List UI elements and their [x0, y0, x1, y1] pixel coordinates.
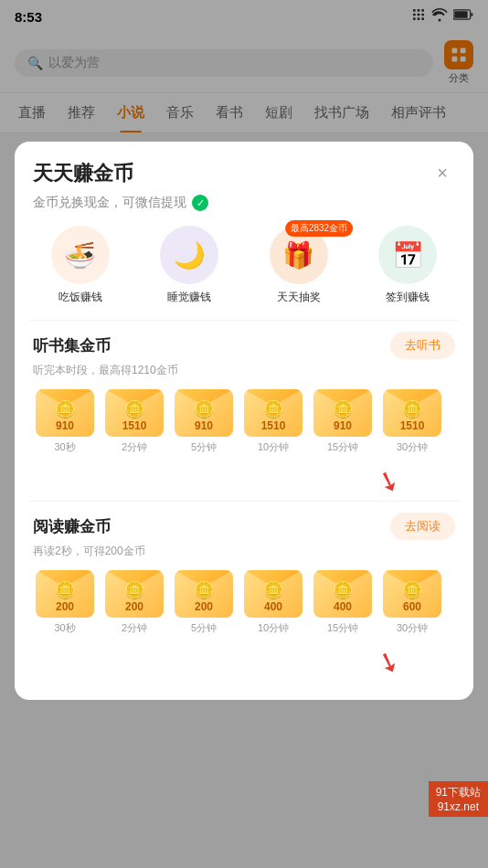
read-reward-3[interactable]: 🪙 400 10分钟: [241, 570, 305, 635]
listen-envelope-1: 🪙 1510: [105, 389, 164, 437]
calendar-emoji: 📅: [392, 240, 424, 270]
earn-coins-modal: 天天赚金币 × 金币兑换现金，可微信提现 ✓ 🍜 吃饭赚钱 🌙 睡觉赚钱 最高2…: [15, 142, 473, 700]
coin-icon-2: 🪙: [194, 399, 214, 419]
coin-icon-0: 🪙: [55, 399, 75, 419]
modal-header: 天天赚金币 ×: [15, 142, 473, 195]
lucky-badge: 最高2832金币: [285, 220, 353, 237]
down-arrow-icon: ➘: [373, 462, 405, 500]
sleep-emoji: 🌙: [174, 240, 206, 270]
sleep-earn-icon-circle: 🌙: [160, 226, 218, 284]
lucky-draw-icon-circle: 最高2832金币 🎁: [270, 226, 328, 284]
listen-reward-row: 🪙 910 30秒 🪙 1510 2分钟 🪙 910 5分钟: [33, 389, 455, 458]
read-envelope-5: 🪙 600: [383, 570, 441, 618]
listen-envelope-4: 🪙 910: [313, 389, 372, 437]
read-reward-5[interactable]: 🪙 600 30分钟: [380, 570, 444, 635]
read-reward-4[interactable]: 🪙 400 15分钟: [311, 570, 375, 635]
listen-envelope-0: 🪙 910: [36, 389, 94, 437]
feature-icon-grid: 🍜 吃饭赚钱 🌙 睡觉赚钱 最高2832金币 🎁 天天抽奖 📅 签到赚钱: [15, 226, 473, 320]
read-time-4: 15分钟: [327, 621, 358, 635]
read-amount-3: 400: [264, 600, 282, 613]
read-action-button[interactable]: 去阅读: [390, 513, 455, 540]
down-arrow-icon-2: ➘: [373, 643, 405, 681]
modal-title: 天天赚金币: [33, 160, 133, 187]
listen-envelope-2: 🪙 910: [175, 389, 233, 437]
read-reward-0[interactable]: 🪙 200 30秒: [33, 570, 97, 635]
arrow-after-read: ➘: [15, 646, 473, 678]
eat-earn-icon-circle: 🍜: [51, 226, 110, 284]
watermark-line2: 91xz.net: [436, 800, 481, 813]
sleep-earn-item[interactable]: 🌙 睡觉赚钱: [139, 226, 241, 305]
eat-emoji: 🍜: [64, 240, 96, 270]
eat-earn-label: 吃饭赚钱: [58, 290, 102, 305]
coin-icon-1: 🪙: [124, 399, 144, 419]
read-section-desc: 再读2秒，可得200金币: [33, 544, 455, 559]
listen-action-button[interactable]: 去听书: [390, 332, 455, 359]
arrow-between-sections: ➘: [15, 465, 473, 497]
coin-icon-4: 🪙: [333, 399, 353, 419]
listen-time-2: 5分钟: [191, 440, 217, 454]
read-section-header: 阅读赚金币 去阅读: [33, 513, 455, 540]
lucky-draw-item[interactable]: 最高2832金币 🎁 天天抽奖: [248, 226, 350, 305]
listen-envelope-5: 🪙 1510: [383, 389, 441, 437]
read-envelope-3: 🪙 400: [244, 570, 302, 618]
close-button[interactable]: ×: [430, 160, 455, 185]
coin-icon-5: 🪙: [402, 399, 422, 419]
read-time-5: 30分钟: [397, 621, 428, 635]
checkin-icon-circle: 📅: [378, 226, 437, 284]
read-coin-icon-3: 🪙: [263, 580, 283, 600]
divider-1: [29, 320, 459, 321]
listen-amount-5: 1510: [400, 419, 425, 432]
read-coin-icon-0: 🪙: [55, 580, 75, 600]
listen-amount-3: 1510: [261, 419, 286, 432]
read-time-2: 5分钟: [191, 621, 217, 635]
listen-section: 听书集金币 去听书 听完本时段，最高得1210金币 🪙 910 30秒 🪙 15…: [15, 332, 473, 458]
listen-time-4: 15分钟: [327, 440, 358, 454]
modal-subtitle: 金币兑换现金，可微信提现 ✓: [15, 195, 473, 226]
watermark: 91下载站 91xz.net: [429, 781, 488, 817]
read-time-3: 10分钟: [258, 621, 289, 635]
watermark-line1: 91下载站: [436, 785, 481, 800]
listen-time-3: 10分钟: [258, 440, 289, 454]
read-amount-2: 200: [195, 600, 213, 613]
listen-reward-3[interactable]: 🪙 1510 10分钟: [241, 389, 305, 454]
read-coin-icon-2: 🪙: [194, 580, 214, 600]
checkin-earn-label: 签到赚钱: [386, 290, 430, 305]
listen-amount-0: 910: [56, 419, 74, 432]
listen-time-5: 30分钟: [397, 440, 428, 454]
read-reward-2[interactable]: 🪙 200 5分钟: [172, 570, 236, 635]
listen-reward-2[interactable]: 🪙 910 5分钟: [172, 389, 236, 454]
listen-amount-2: 910: [195, 419, 213, 432]
listen-envelope-3: 🪙 1510: [244, 389, 302, 437]
subtitle-text: 金币兑换现金，可微信提现: [33, 195, 186, 211]
listen-section-title: 听书集金币: [33, 335, 111, 356]
wechat-icon: ✓: [192, 195, 208, 211]
listen-section-header: 听书集金币 去听书: [33, 332, 455, 359]
listen-reward-1[interactable]: 🪙 1510 2分钟: [102, 389, 166, 454]
read-amount-1: 200: [125, 600, 143, 613]
read-reward-row: 🪙 200 30秒 🪙 200 2分钟 🪙 200 5分钟: [33, 570, 455, 639]
read-section-title: 阅读赚金币: [33, 516, 111, 537]
checkin-earn-item[interactable]: 📅 签到赚钱: [357, 226, 460, 305]
eat-earn-item[interactable]: 🍜 吃饭赚钱: [29, 226, 132, 305]
read-time-0: 30秒: [54, 621, 75, 635]
listen-section-desc: 听完本时段，最高得1210金币: [33, 363, 455, 378]
read-envelope-0: 🪙 200: [36, 570, 94, 618]
listen-reward-0[interactable]: 🪙 910 30秒: [33, 389, 97, 454]
read-amount-5: 600: [403, 600, 421, 613]
gift-emoji: 🎁: [282, 240, 314, 270]
watermark-text: 91下载站 91xz.net: [429, 781, 488, 817]
divider-2: [29, 501, 459, 502]
listen-time-1: 2分钟: [122, 440, 147, 454]
read-envelope-1: 🪙 200: [105, 570, 164, 618]
sleep-earn-label: 睡觉赚钱: [167, 290, 211, 305]
coin-icon-3: 🪙: [263, 399, 283, 419]
read-envelope-2: 🪙 200: [175, 570, 233, 618]
listen-reward-5[interactable]: 🪙 1510 30分钟: [380, 389, 444, 454]
read-amount-4: 400: [334, 600, 352, 613]
read-reward-1[interactable]: 🪙 200 2分钟: [102, 570, 166, 635]
read-coin-icon-5: 🪙: [402, 580, 422, 600]
read-coin-icon-4: 🪙: [333, 580, 353, 600]
lucky-draw-label: 天天抽奖: [277, 290, 321, 305]
listen-time-0: 30秒: [54, 440, 75, 454]
listen-reward-4[interactable]: 🪙 910 15分钟: [311, 389, 375, 454]
